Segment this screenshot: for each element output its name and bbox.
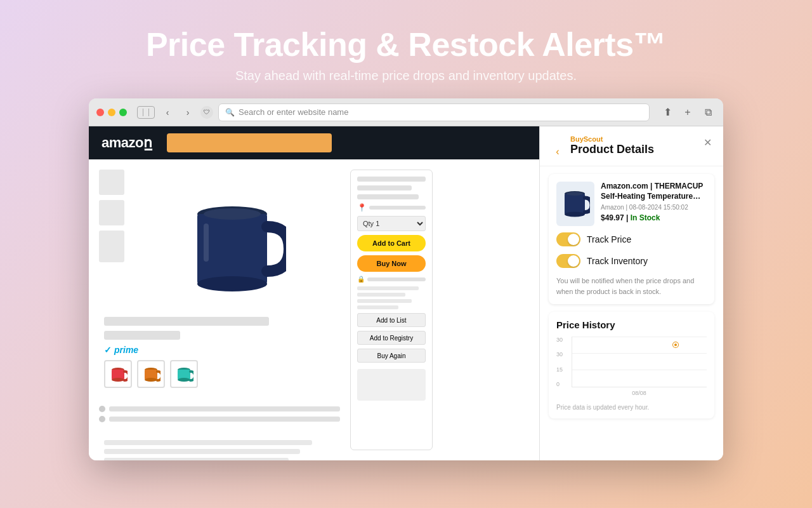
notification-description: You will be notified when the price drop… xyxy=(556,276,707,297)
thumbnail-column xyxy=(99,170,124,262)
info-bar-4 xyxy=(357,305,398,309)
grid-line-mid xyxy=(572,353,707,354)
url-text: Search or enter website name xyxy=(239,107,348,117)
hero-section: Price Tracking & Restock Alerts™ Stay ah… xyxy=(146,25,666,83)
product-description xyxy=(99,401,340,427)
color-swatches xyxy=(104,360,335,388)
location-pin-icon: 📍 xyxy=(357,203,367,212)
product-images xyxy=(99,170,340,309)
track-inventory-toggle[interactable] xyxy=(556,254,580,268)
buyscout-panel: ‹ BuyScout Product Details ✕ xyxy=(539,126,723,460)
amazon-search-bar[interactable] xyxy=(167,133,332,152)
product-info-card: Amazon.com | THERMACUP Self-Heating Temp… xyxy=(601,182,707,222)
product-price-row: $49.97 | In Stock xyxy=(601,213,707,222)
track-price-row: Track Price xyxy=(556,232,707,246)
swatch-red[interactable] xyxy=(104,360,132,388)
share-button[interactable]: ⬆ xyxy=(660,105,675,120)
price-chart: 30 30 15 0 08/08 xyxy=(556,337,707,400)
buy-box-bar-2 xyxy=(357,185,412,190)
grid-line-top xyxy=(572,337,707,337)
price-history-title: Price History xyxy=(556,319,707,330)
desc-dot-2 xyxy=(99,416,105,422)
content-bar-3 xyxy=(104,458,289,460)
desc-line-1 xyxy=(99,406,340,412)
security-icon: 🛡 xyxy=(200,106,213,119)
main-product-image xyxy=(131,170,340,309)
product-name: Amazon.com | THERMACUP Self-Heating Temp… xyxy=(601,182,707,201)
track-inventory-row: Track Inventory xyxy=(556,254,707,268)
back-navigation-button[interactable]: ‹ xyxy=(160,105,175,120)
thumbnail-1[interactable] xyxy=(99,170,124,195)
location-bar xyxy=(369,206,426,210)
amazon-page: amazon̲ xyxy=(89,126,539,460)
desc-bar-1 xyxy=(109,406,340,411)
traffic-lights xyxy=(96,109,127,116)
info-bar-3 xyxy=(357,299,412,303)
right-add-registry-button[interactable]: Add to Registry xyxy=(357,331,426,345)
buyscout-close-button[interactable]: ✕ xyxy=(702,135,713,150)
svg-point-16 xyxy=(565,211,585,217)
prime-check-icon: ✓ xyxy=(104,345,112,355)
buyscout-back-button[interactable]: ‹ xyxy=(550,144,565,159)
new-tab-button[interactable]: + xyxy=(680,105,695,120)
product-info: ✓ prime xyxy=(99,317,340,393)
chart-x-label: 08/08 xyxy=(572,390,707,396)
browser-actions: ⬆ + ⧉ xyxy=(660,105,716,120)
secure-transaction-row: 🔒 xyxy=(357,276,426,283)
tab-overview-button[interactable]: ⧉ xyxy=(700,105,716,120)
sidebar-toggle-icon xyxy=(143,109,149,116)
product-thumb-image xyxy=(561,187,590,222)
svg-point-2 xyxy=(197,276,267,291)
chart-area xyxy=(572,337,707,387)
lock-icon: 🔒 xyxy=(357,276,365,283)
buyscout-header: ‹ BuyScout Product Details ✕ xyxy=(540,126,723,166)
y-label-mid-high: 30 xyxy=(556,351,569,358)
product-card-inner: Amazon.com | THERMACUP Self-Heating Temp… xyxy=(556,182,707,226)
track-inventory-knob xyxy=(568,255,579,267)
search-icon: 🔍 xyxy=(225,108,235,117)
maximize-button[interactable] xyxy=(119,109,127,116)
secure-bar xyxy=(367,277,426,281)
product-price: $49.97 xyxy=(601,213,624,222)
bottom-content xyxy=(99,435,340,460)
thumbnail-3[interactable] xyxy=(99,231,124,262)
amazon-header: amazon̲ xyxy=(89,126,539,159)
url-bar[interactable]: 🔍 Search or enter website name xyxy=(218,104,650,121)
track-price-label: Track Price xyxy=(587,234,631,244)
svg-point-3 xyxy=(204,208,261,220)
product-stock-status: In Stock xyxy=(631,213,660,222)
svg-point-7 xyxy=(112,378,124,382)
chart-data-point xyxy=(673,342,678,347)
svg-point-10 xyxy=(145,378,157,382)
right-buy-again-button[interactable]: Buy Again xyxy=(357,349,426,363)
svg-rect-4 xyxy=(204,224,209,262)
sidebar-toggle-button[interactable] xyxy=(137,106,155,119)
right-add-list-button[interactable]: Add to List xyxy=(357,313,426,327)
svg-point-13 xyxy=(178,378,190,382)
price-history-section: Price History 30 30 15 0 xyxy=(549,312,714,418)
desc-line-2 xyxy=(99,416,340,422)
track-inventory-label: Track Inventory xyxy=(587,256,648,266)
title-skeleton-1 xyxy=(104,317,269,326)
buyscout-title-label: Product Details xyxy=(570,143,654,156)
minimize-button[interactable] xyxy=(108,109,115,116)
quantity-select[interactable]: Qty 1 xyxy=(357,216,426,231)
buy-now-button[interactable]: Buy Now xyxy=(357,255,426,272)
forward-navigation-button[interactable]: › xyxy=(180,105,195,120)
close-button[interactable] xyxy=(96,109,104,116)
browser-chrome: ‹ › 🛡 🔍 Search or enter website name ⬆ +… xyxy=(89,98,723,126)
desc-dot-1 xyxy=(99,406,105,412)
price-data-note: Price data is updated every hour. xyxy=(556,404,707,411)
product-meta: Amazon | 08-08-2024 15:50:02 xyxy=(601,204,707,211)
y-label-top: 30 xyxy=(556,337,569,343)
track-price-toggle[interactable] xyxy=(556,232,580,246)
thumbnail-2[interactable] xyxy=(99,200,124,225)
product-card: Amazon.com | THERMACUP Self-Heating Temp… xyxy=(549,174,714,304)
swatch-orange[interactable] xyxy=(137,360,165,388)
content-bar-2 xyxy=(104,449,300,454)
buyscout-title-block: BuyScout Product Details xyxy=(570,135,654,156)
add-to-cart-button[interactable]: Add to Cart xyxy=(357,235,426,251)
amazon-logo: amazon̲ xyxy=(102,135,152,151)
buy-box-bar-1 xyxy=(357,177,426,182)
swatch-teal[interactable] xyxy=(170,360,198,388)
